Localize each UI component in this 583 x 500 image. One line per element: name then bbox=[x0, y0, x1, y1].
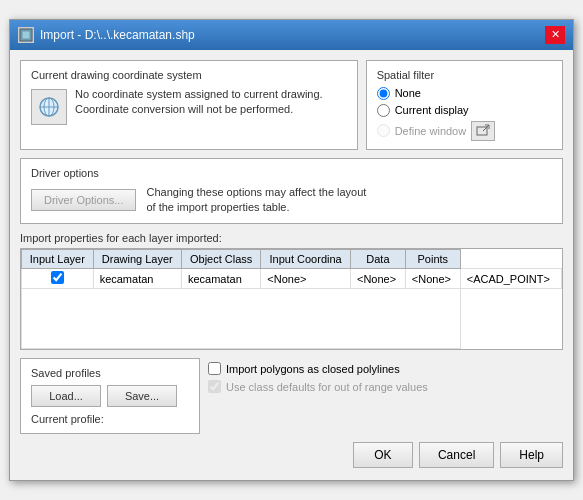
coord-line1: No coordinate system assigned to current… bbox=[75, 87, 323, 102]
radio-none[interactable]: None bbox=[377, 87, 552, 100]
cell-points: <ACAD_POINT> bbox=[460, 269, 561, 289]
help-button[interactable]: Help bbox=[500, 442, 563, 468]
table-label: Import properties for each layer importe… bbox=[20, 232, 563, 244]
driver-section: Driver options Driver Options... Changin… bbox=[20, 158, 563, 225]
define-window-row: Define window bbox=[377, 121, 552, 141]
driver-section-label: Driver options bbox=[31, 167, 552, 179]
col-drawing-layer: Drawing Layer bbox=[93, 250, 181, 269]
radio-current-input[interactable] bbox=[377, 104, 390, 117]
col-data: Data bbox=[350, 250, 405, 269]
col-points: Points bbox=[405, 250, 460, 269]
top-row: Current drawing coordinate system No coo… bbox=[20, 60, 563, 150]
radio-none-input[interactable] bbox=[377, 87, 390, 100]
col-object-class: Object Class bbox=[181, 250, 260, 269]
driver-line2: of the import properties table. bbox=[146, 200, 366, 215]
spatial-section: Spatial filter None Current display Defi… bbox=[366, 60, 563, 150]
empty-row bbox=[22, 289, 562, 349]
cancel-button[interactable]: Cancel bbox=[419, 442, 494, 468]
save-button[interactable]: Save... bbox=[107, 385, 177, 407]
window-content: Current drawing coordinate system No coo… bbox=[10, 50, 573, 481]
empty-cell bbox=[22, 289, 461, 349]
col-input-layer: Input Layer bbox=[22, 250, 94, 269]
svg-rect-1 bbox=[22, 31, 30, 39]
coord-section-label: Current drawing coordinate system bbox=[31, 69, 347, 81]
driver-text: Changing these options may affect the la… bbox=[146, 185, 366, 216]
radio-none-label: None bbox=[395, 87, 421, 99]
cell-checkbox[interactable] bbox=[22, 269, 94, 289]
row-checkbox[interactable] bbox=[51, 271, 64, 284]
main-window: Import - D:\..\.kecamatan.shp ✕ Current … bbox=[9, 19, 574, 482]
import-table: Input Layer Drawing Layer Object Class I… bbox=[21, 249, 562, 349]
col-input-coordina: Input Coordina bbox=[261, 250, 351, 269]
cell-drawing-layer: kecamatan bbox=[181, 269, 260, 289]
radio-define-label: Define window bbox=[395, 125, 467, 137]
ok-button[interactable]: OK bbox=[353, 442, 413, 468]
table-body: kecamatankecamatan <None> <None> <None> … bbox=[22, 269, 562, 349]
driver-options-button[interactable]: Driver Options... bbox=[31, 189, 136, 211]
coord-inner: No coordinate system assigned to current… bbox=[31, 87, 347, 125]
saved-profiles-section: Saved profiles Load... Save... Current p… bbox=[20, 358, 200, 434]
title-bar: Import - D:\..\.kecamatan.shp ✕ bbox=[10, 20, 573, 50]
action-buttons: OK Cancel Help bbox=[20, 442, 563, 470]
use-class-option[interactable]: Use class defaults for out of range valu… bbox=[208, 380, 563, 393]
table-container: Input Layer Drawing Layer Object Class I… bbox=[20, 248, 563, 350]
radio-current[interactable]: Current display bbox=[377, 104, 552, 117]
current-profile-label: Current profile: bbox=[31, 413, 189, 425]
driver-line1: Changing these options may affect the la… bbox=[146, 185, 366, 200]
bottom-row: Saved profiles Load... Save... Current p… bbox=[20, 358, 563, 434]
coord-icon bbox=[31, 89, 67, 125]
table-row[interactable]: kecamatankecamatan <None> <None> <None> … bbox=[22, 269, 562, 289]
header-row: Input Layer Drawing Layer Object Class I… bbox=[22, 250, 562, 269]
options-area: Import polygons as closed polylines Use … bbox=[208, 358, 563, 393]
profiles-label: Saved profiles bbox=[31, 367, 189, 379]
use-class-label: Use class defaults for out of range valu… bbox=[226, 381, 428, 393]
use-class-checkbox[interactable] bbox=[208, 380, 221, 393]
import-polygons-option[interactable]: Import polygons as closed polylines bbox=[208, 362, 563, 375]
load-button[interactable]: Load... bbox=[31, 385, 101, 407]
driver-inner: Driver Options... Changing these options… bbox=[31, 185, 552, 216]
cell-input-layer: kecamatan bbox=[93, 269, 181, 289]
radio-group: None Current display Define window bbox=[377, 87, 552, 141]
radio-define-input[interactable] bbox=[377, 124, 390, 137]
cell-object-class: <None> bbox=[261, 269, 351, 289]
radio-define[interactable]: Define window bbox=[377, 124, 467, 137]
coord-section: Current drawing coordinate system No coo… bbox=[20, 60, 358, 150]
app-icon bbox=[18, 27, 34, 43]
import-polygons-checkbox[interactable] bbox=[208, 362, 221, 375]
window-title: Import - D:\..\.kecamatan.shp bbox=[40, 28, 195, 42]
title-bar-left: Import - D:\..\.kecamatan.shp bbox=[18, 27, 195, 43]
table-header: Input Layer Drawing Layer Object Class I… bbox=[22, 250, 562, 269]
import-polygons-label: Import polygons as closed polylines bbox=[226, 363, 400, 375]
coord-line2: Coordinate conversion will not be perfor… bbox=[75, 102, 323, 117]
define-window-button[interactable] bbox=[471, 121, 495, 141]
svg-line-7 bbox=[483, 125, 489, 131]
spatial-section-label: Spatial filter bbox=[377, 69, 552, 81]
cell-data: <None> bbox=[405, 269, 460, 289]
radio-current-label: Current display bbox=[395, 104, 469, 116]
profile-buttons: Load... Save... bbox=[31, 385, 189, 407]
coord-text: No coordinate system assigned to current… bbox=[75, 87, 323, 118]
cell-input-coordina: <None> bbox=[350, 269, 405, 289]
close-button[interactable]: ✕ bbox=[545, 26, 565, 44]
